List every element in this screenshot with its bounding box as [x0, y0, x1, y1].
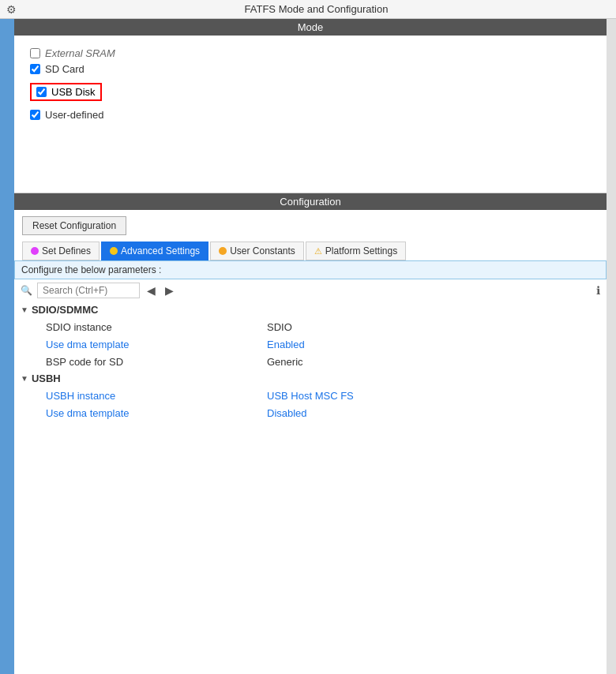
params-area: ▼ SDIO/SDMMC SDIO instance SDIO Use dma …: [14, 301, 607, 674]
checkbox-sd-card[interactable]: [30, 64, 40, 74]
mode-section: External SRAM SD Card USB Disk User-defi…: [14, 36, 607, 193]
param-label-bsp-code-sd: BSP code for SD: [46, 356, 267, 368]
checkbox-label-external-sram: External SRAM: [45, 47, 115, 59]
checkbox-row-external-sram: External SRAM: [30, 47, 591, 59]
tab-platform-settings[interactable]: ⚠ Platform Settings: [306, 242, 406, 260]
tab-dot-set-defines: [31, 247, 39, 255]
checkbox-label-usb-disk: USB Disk: [51, 86, 96, 98]
tab-label-platform-settings: Platform Settings: [325, 245, 397, 256]
param-value-usbh-dma: Disabled: [267, 407, 307, 419]
title-bar: ⚙ FATFS Mode and Configuration: [0, 0, 616, 19]
group-header-sdio-sdmmc[interactable]: ▼ SDIO/SDMMC: [14, 301, 607, 318]
tab-advanced-settings[interactable]: Advanced Settings: [101, 242, 208, 260]
search-icon: 🔍: [21, 285, 32, 296]
param-value-usbh-instance: USB Host MSC FS: [267, 390, 354, 402]
configure-banner: Configure the below parameters :: [14, 260, 607, 279]
main-container: ⚙ FATFS Mode and Configuration Mode Exte…: [0, 0, 616, 674]
checkbox-row-sd-card: SD Card: [30, 63, 591, 75]
config-section: Configuration Reset Configuration Set De…: [14, 193, 607, 674]
tab-dot-advanced-settings: [110, 247, 118, 255]
chevron-sdio-sdmmc: ▼: [21, 305, 28, 314]
config-section-header: Configuration: [14, 193, 607, 210]
checkbox-row-usb-disk-highlighted: USB Disk: [30, 83, 102, 101]
content-area: Mode External SRAM SD Card USB Disk: [0, 19, 616, 674]
chevron-usbh: ▼: [21, 374, 28, 383]
right-scrollbar[interactable]: [607, 19, 616, 674]
param-value-bsp-code-sd: Generic: [267, 356, 303, 368]
mode-section-header: Mode: [14, 19, 607, 36]
checkbox-usb-disk[interactable]: [36, 87, 47, 97]
nav-prev-button[interactable]: ◀: [145, 284, 158, 297]
param-label-usbh-dma: Use dma template: [46, 407, 267, 419]
checkbox-label-user-defined: User-defined: [45, 109, 103, 121]
checkbox-user-defined[interactable]: [30, 110, 40, 120]
param-label-sdio-dma: Use dma template: [46, 339, 267, 350]
warning-icon-platform-settings: ⚠: [314, 246, 322, 256]
group-header-usbh[interactable]: ▼ USBH: [14, 370, 607, 387]
tab-label-user-constants: User Constants: [230, 245, 295, 256]
search-bar: 🔍 ◀ ▶ ℹ: [14, 279, 607, 301]
group-label-sdio-sdmmc: SDIO/SDMMC: [32, 304, 99, 316]
checkbox-row-user-defined: User-defined: [30, 109, 591, 121]
main-panel: Mode External SRAM SD Card USB Disk: [14, 19, 607, 674]
tab-user-constants[interactable]: User Constants: [210, 242, 304, 260]
param-row-usbh-instance: USBH instance USB Host MSC FS: [14, 387, 607, 404]
tab-dot-user-constants: [219, 247, 227, 255]
param-value-sdio-instance: SDIO: [267, 321, 292, 333]
param-row-usbh-dma: Use dma template Disabled: [14, 404, 607, 421]
param-value-sdio-dma: Enabled: [267, 339, 305, 350]
param-row-sdio-dma: Use dma template Enabled: [14, 335, 607, 353]
tabs-bar: Set Defines Advanced Settings User Const…: [14, 242, 607, 260]
reset-configuration-button[interactable]: Reset Configuration: [22, 216, 126, 235]
param-label-usbh-instance: USBH instance: [46, 390, 267, 402]
info-button[interactable]: ℹ: [596, 284, 600, 297]
left-sidebar: [0, 19, 14, 674]
page-title: FATFS Mode and Configuration: [23, 3, 610, 15]
param-row-sdio-instance: SDIO instance SDIO: [14, 318, 607, 335]
param-row-bsp-code-sd: BSP code for SD Generic: [14, 353, 607, 370]
checkbox-external-sram[interactable]: [30, 48, 40, 58]
tab-set-defines[interactable]: Set Defines: [22, 242, 100, 260]
search-input[interactable]: [37, 283, 140, 298]
nav-next-button[interactable]: ▶: [163, 284, 176, 297]
group-label-usbh: USBH: [32, 373, 61, 384]
gear-icon: ⚙: [6, 3, 17, 16]
reset-btn-area: Reset Configuration: [14, 210, 607, 242]
tab-label-advanced-settings: Advanced Settings: [121, 245, 200, 256]
param-label-sdio-instance: SDIO instance: [46, 321, 267, 333]
checkbox-label-sd-card: SD Card: [45, 63, 85, 75]
tab-label-set-defines: Set Defines: [42, 245, 91, 256]
